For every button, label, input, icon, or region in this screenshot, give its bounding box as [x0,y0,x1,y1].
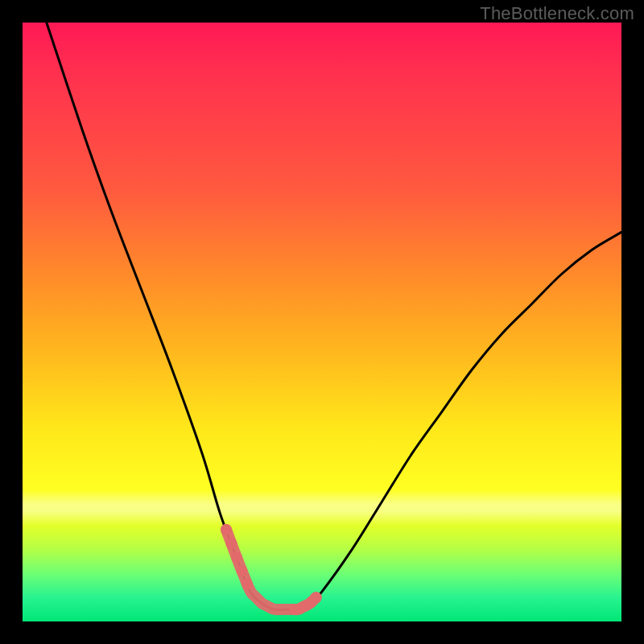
svg-point-9 [311,592,322,603]
svg-point-0 [221,524,232,535]
svg-point-3 [237,565,248,576]
svg-point-2 [231,552,242,564]
svg-point-1 [226,538,237,549]
chart-frame: TheBottleneck.com [0,0,644,644]
curve-layer [23,23,621,621]
plot-area [23,23,621,621]
bottleneck-curve [47,23,621,610]
svg-point-4 [242,579,253,590]
watermark-text: TheBottleneck.com [480,3,634,24]
